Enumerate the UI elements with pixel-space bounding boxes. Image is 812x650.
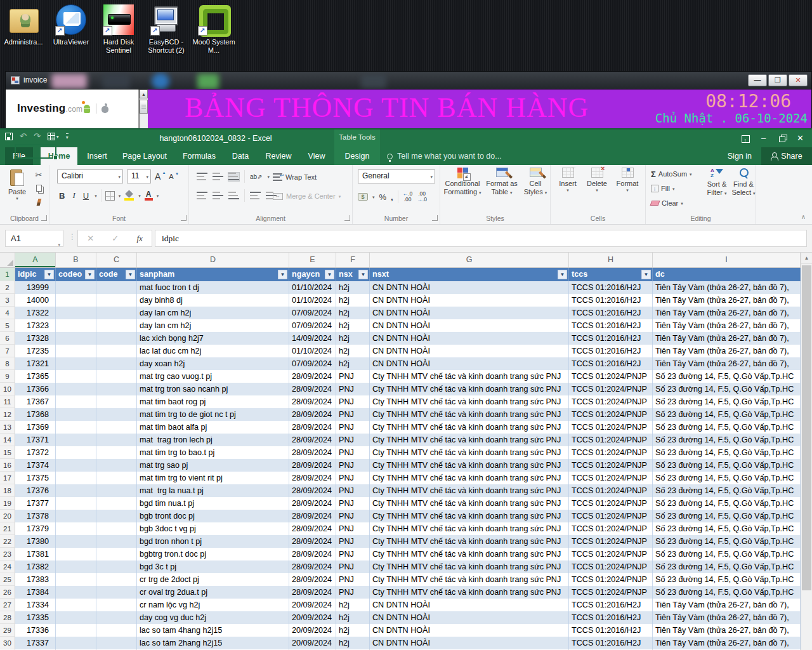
- cell-idpic[interactable]: 17334: [15, 599, 56, 611]
- column-header-E[interactable]: E: [289, 253, 336, 267]
- cell-dc[interactable]: Số 23 đường 14, F.5, Q.Gò Vấp,Tp.HC: [653, 510, 801, 522]
- cell-ngaycn[interactable]: 28/09/2024: [289, 573, 336, 586]
- cell-nsx[interactable]: PNJ: [336, 408, 370, 421]
- cell-sanpham[interactable]: bgb tront doc pj: [137, 510, 289, 522]
- cell-idpic[interactable]: 13999: [15, 281, 56, 294]
- cell-tccs[interactable]: TCCS 01:2024/PNJP: [569, 370, 653, 383]
- cell-nsxt[interactable]: CN DNTN HOÀI: [370, 281, 569, 294]
- cell-code[interactable]: [96, 472, 137, 484]
- row-number[interactable]: 9: [0, 370, 15, 383]
- tab-page-layout[interactable]: Page Layout: [117, 147, 173, 165]
- cell-sanpham[interactable]: cr trg de 2doct pj: [137, 573, 289, 586]
- desktop-icon-easybcd[interactable]: EasyBCD - Shortcut (2): [141, 4, 191, 55]
- cell-code[interactable]: [96, 573, 137, 586]
- cell-nsxt[interactable]: CN DNTN HOÀI: [370, 307, 569, 319]
- cell-codeo[interactable]: [56, 357, 96, 370]
- cell-dc[interactable]: Tiên Tây Vàm (thửa 26-27, bản đồ 7),: [653, 319, 801, 332]
- cell-dc[interactable]: Số 23 đường 14, F.5, Q.Gò Vấp,Tp.HC: [653, 434, 801, 446]
- table-header-nsx[interactable]: nsx▼: [336, 268, 370, 281]
- merge-center-button[interactable]: Merge & Center▾: [273, 189, 341, 203]
- tab-file[interactable]: File: [5, 147, 33, 165]
- cell-tccs[interactable]: TCCS 01:2024/PNJP: [569, 522, 653, 535]
- cell-codeo[interactable]: [56, 383, 96, 395]
- cell-code[interactable]: [96, 345, 137, 357]
- fill-button[interactable]: ↓ Fill ▾: [651, 183, 675, 194]
- wrap-text-button[interactable]: Wrap Text: [273, 170, 317, 184]
- cell-idpic[interactable]: 17382: [15, 560, 56, 573]
- cell-nsx[interactable]: PNJ: [336, 421, 370, 434]
- row-number[interactable]: 11: [0, 395, 15, 408]
- cell-nsxt[interactable]: Cty TNHH MTV chế tác và kinh doanh trang…: [370, 383, 569, 395]
- cell-idpic[interactable]: 17323: [15, 319, 56, 332]
- cell-nsx[interactable]: h2j: [336, 637, 370, 649]
- bold-button[interactable]: B: [57, 191, 67, 201]
- cell-ngaycn[interactable]: 28/09/2024: [289, 548, 336, 560]
- format-cells-button[interactable]: Format ▾: [613, 168, 642, 192]
- cell-code[interactable]: [96, 611, 137, 624]
- cell-codeo[interactable]: [56, 319, 96, 332]
- cell-nsx[interactable]: PNJ: [336, 446, 370, 459]
- cell-idpic[interactable]: 17379: [15, 522, 56, 535]
- cell-tccs[interactable]: TCCS 01:2016/H2J: [569, 624, 653, 637]
- cell-code[interactable]: [96, 446, 137, 459]
- cell-sanpham[interactable]: bgb 3doc t vg pj: [137, 522, 289, 535]
- cell-sanpham[interactable]: cr nam lộc vg h2j: [137, 599, 289, 611]
- cell-idpic[interactable]: 17337: [15, 637, 56, 649]
- cell-tccs[interactable]: TCCS 01:2016/H2J: [569, 294, 653, 307]
- cell-sanpham[interactable]: lac so tám 2hang h2j15: [137, 637, 289, 649]
- clipboard-dialog-launcher[interactable]: [41, 215, 47, 221]
- column-header-D[interactable]: D: [137, 253, 289, 267]
- cell-tccs[interactable]: TCCS 01:2016/H2J: [569, 599, 653, 611]
- cell-code[interactable]: [96, 586, 137, 599]
- cell-nsx[interactable]: PNJ: [336, 395, 370, 408]
- cut-button[interactable]: ✂: [33, 169, 44, 179]
- autosum-button[interactable]: Σ AutoSum ▾: [651, 168, 692, 180]
- sign-in-link[interactable]: Sign in: [728, 147, 752, 165]
- cell-code[interactable]: [96, 599, 137, 611]
- table-header-idpic[interactable]: idpic▼: [15, 268, 56, 281]
- font-size-combo[interactable]: 11▾: [127, 169, 151, 183]
- cell-nsxt[interactable]: CN DNTN HOÀI: [370, 599, 569, 611]
- column-header-A[interactable]: A: [15, 253, 56, 267]
- borders-button[interactable]: [105, 191, 115, 201]
- cell-nsx[interactable]: h2j: [336, 611, 370, 624]
- cell-nsx[interactable]: h2j: [336, 624, 370, 637]
- scrollbar-thumb[interactable]: [140, 100, 148, 114]
- cell-dc[interactable]: Tiên Tây Vàm (thửa 26-27, bản đồ 7),: [653, 281, 801, 294]
- cell-sanpham[interactable]: day xoan h2j: [137, 357, 289, 370]
- cell-ngaycn[interactable]: 28/09/2024: [289, 459, 336, 472]
- number-dialog-launcher[interactable]: [432, 215, 438, 221]
- cell-nsx[interactable]: PNJ: [336, 573, 370, 586]
- column-header-B[interactable]: B: [56, 253, 96, 267]
- cell-codeo[interactable]: [56, 281, 96, 294]
- cell-codeo[interactable]: [56, 510, 96, 522]
- cell-codeo[interactable]: [56, 522, 96, 535]
- cell-idpic[interactable]: 17367: [15, 395, 56, 408]
- cell-ngaycn[interactable]: 28/09/2024: [289, 472, 336, 484]
- desktop-icon-moo0[interactable]: Moo0 System M...: [189, 4, 239, 55]
- cell-sanpham[interactable]: cr oval trg 2dua.t pj: [137, 586, 289, 599]
- cell-tccs[interactable]: TCCS 01:2016/H2J: [569, 611, 653, 624]
- cell-sanpham[interactable]: mat tim trg to bao.t pj: [137, 446, 289, 459]
- row-number[interactable]: 12: [0, 408, 15, 421]
- cell-tccs[interactable]: TCCS 01:2016/H2J: [569, 307, 653, 319]
- cell-idpic[interactable]: 17376: [15, 484, 56, 497]
- cell-nsxt[interactable]: Cty TNHH MTV chế tác và kinh doanh trang…: [370, 395, 569, 408]
- cell-codeo[interactable]: [56, 307, 96, 319]
- cell-tccs[interactable]: TCCS 01:2016/H2J: [569, 637, 653, 649]
- cell-styles-button[interactable]: CellStyles ▾: [521, 168, 549, 196]
- cell-codeo[interactable]: [56, 637, 96, 649]
- font-color-button[interactable]: A: [145, 191, 153, 201]
- bottom-align-button[interactable]: [228, 173, 239, 181]
- cell-code[interactable]: [96, 637, 137, 649]
- cell-tccs[interactable]: TCCS 01:2016/H2J: [569, 345, 653, 357]
- row-number[interactable]: 8: [0, 357, 15, 370]
- cell-dc[interactable]: Số 23 đường 14, F.5, Q.Gò Vấp,Tp.HC: [653, 446, 801, 459]
- cell-nsx[interactable]: h2j: [336, 599, 370, 611]
- cell-nsxt[interactable]: Cty TNHH MTV chế tác và kinh doanh trang…: [370, 459, 569, 472]
- cell-nsxt[interactable]: CN DNTN HOÀI: [370, 624, 569, 637]
- tab-review[interactable]: Review: [261, 147, 296, 165]
- cell-tccs[interactable]: TCCS 01:2024/PNJP: [569, 434, 653, 446]
- cell-nsxt[interactable]: CN DNTN HOÀI: [370, 294, 569, 307]
- tell-me-box[interactable]: Tell me what you want to do...: [387, 147, 502, 165]
